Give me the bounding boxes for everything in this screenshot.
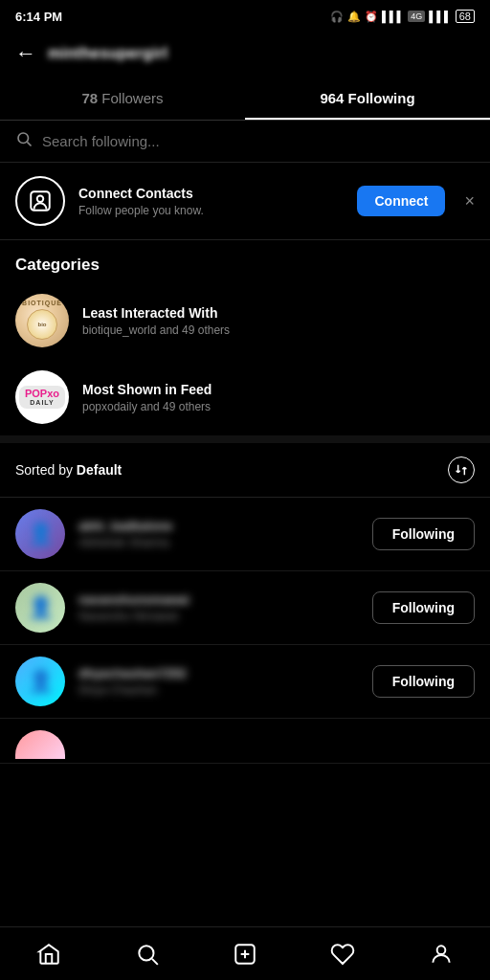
status-time: 6:14 PM [15, 10, 62, 24]
category-name-most: Most Shown in Feed [82, 382, 212, 397]
add-icon [233, 942, 257, 967]
category-name-least: Least Interacted With [82, 305, 230, 321]
notification-icon: 🔔 [347, 11, 361, 23]
sort-row: Sorted by Default [0, 443, 490, 498]
profile-icon [429, 942, 454, 967]
nav-search[interactable] [98, 927, 195, 980]
bottom-nav [0, 926, 490, 980]
svg-point-4 [139, 946, 153, 960]
signal-icon: ▌▌▌ [382, 11, 404, 22]
search-nav-icon [135, 942, 160, 967]
nav-profile[interactable] [392, 927, 490, 980]
category-most-shown[interactable]: POPxo DAILY Most Shown in Feed popxodail… [0, 359, 490, 435]
sort-icon[interactable] [448, 457, 475, 483]
list-item [0, 719, 490, 764]
bottom-spacer [0, 764, 490, 821]
avatar: 👤 [15, 509, 65, 559]
svg-line-1 [27, 142, 31, 145]
list-item: 👤 abhi_badkalone Abhishek Sharma Followi… [0, 498, 490, 571]
svg-point-3 [37, 196, 44, 203]
back-button[interactable]: ← [15, 41, 36, 66]
home-icon [36, 942, 61, 967]
following-display-name: Abhishek Sharma [78, 536, 359, 549]
sort-label: Sorted by Default [15, 462, 122, 478]
connect-subtitle: Follow people you know. [78, 204, 344, 217]
following-username: dhyachauhan7252 [78, 666, 359, 680]
nav-activity[interactable] [294, 927, 391, 980]
close-icon[interactable]: × [464, 191, 475, 212]
category-avatar-biotique: BIOTIQUE bio [15, 294, 69, 347]
list-item: 👤 navanshunsmawai Navanshu Nimawat Follo… [0, 571, 490, 645]
following-username: abhi_badkalone [78, 519, 359, 533]
category-desc-least: biotique_world and 49 others [82, 323, 230, 337]
status-icons: 🎧 🔔 ⏰ ▌▌▌ 4G ▌▌▌ 68 [330, 10, 475, 23]
following-info: dhyachauhan7252 Divya Chauhan [78, 666, 359, 697]
svg-point-9 [436, 946, 445, 954]
network-icon: 4G [408, 11, 425, 22]
list-item: 👤 dhyachauhan7252 Divya Chauhan Followin… [0, 645, 490, 719]
category-desc-most: popxodaily and 49 others [82, 400, 212, 413]
sort-by-value: Default [77, 462, 122, 478]
category-avatar-popxo: POPxo DAILY [15, 370, 69, 424]
search-bar [0, 121, 490, 163]
category-info-least: Least Interacted With biotique_world and… [82, 305, 230, 337]
following-display-name: Navanshu Nimawat [78, 610, 359, 623]
connect-button[interactable]: Connect [357, 186, 445, 216]
tab-followers[interactable]: 78 Followers [0, 77, 245, 120]
avatar: 👤 [15, 657, 65, 706]
nav-add[interactable] [196, 927, 294, 980]
signal2-icon: ▌▌▌ [429, 11, 451, 22]
nav-bar: ← minthesupergirl [0, 31, 490, 77]
section-divider [0, 435, 490, 443]
connect-banner: Connect Contacts Follow people you know.… [0, 163, 490, 240]
tabs-container: 78 Followers 964 Following [0, 77, 490, 121]
headphone-icon: 🎧 [330, 11, 344, 23]
tab-following[interactable]: 964 Following [245, 77, 490, 120]
avatar: 👤 [15, 583, 65, 633]
connect-avatar [15, 176, 65, 226]
heart-icon [330, 942, 355, 967]
category-info-most: Most Shown in Feed popxodaily and 49 oth… [82, 382, 212, 413]
following-button[interactable]: Following [372, 518, 475, 550]
svg-point-0 [18, 133, 29, 144]
search-input[interactable] [42, 133, 475, 149]
search-icon [15, 130, 33, 152]
following-button[interactable]: Following [372, 665, 475, 698]
svg-line-5 [151, 958, 157, 964]
connect-title: Connect Contacts [78, 186, 344, 201]
avatar [15, 730, 65, 759]
username-label: minthesupergirl [48, 45, 167, 62]
battery-icon: 68 [456, 10, 475, 23]
alarm-icon: ⏰ [365, 11, 378, 23]
followers-count: 78 [81, 90, 98, 106]
following-button[interactable]: Following [372, 591, 475, 624]
following-username: navanshunsmawai [78, 592, 359, 607]
following-count: 964 [320, 90, 344, 106]
status-bar: 6:14 PM 🎧 🔔 ⏰ ▌▌▌ 4G ▌▌▌ 68 [0, 0, 490, 31]
following-list: 👤 abhi_badkalone Abhishek Sharma Followi… [0, 498, 490, 764]
nav-home[interactable] [0, 927, 98, 980]
connect-text: Connect Contacts Follow people you know. [78, 186, 344, 217]
following-info: navanshunsmawai Navanshu Nimawat [78, 592, 359, 623]
category-least-interacted[interactable]: BIOTIQUE bio Least Interacted With bioti… [0, 282, 490, 359]
following-display-name: Divya Chauhan [78, 683, 359, 697]
categories-title: Categories [0, 240, 490, 282]
following-info: abhi_badkalone Abhishek Sharma [78, 519, 359, 549]
